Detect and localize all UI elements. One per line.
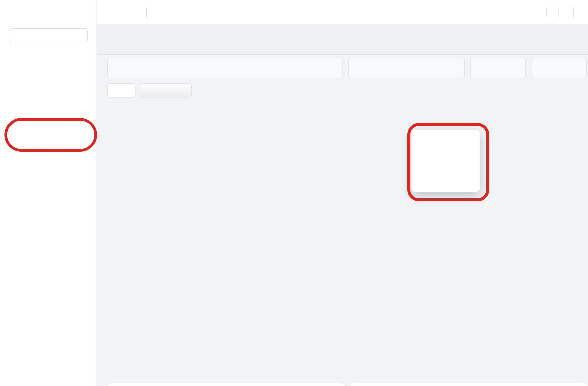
- reset-button[interactable]: [107, 83, 135, 98]
- page-header: [97, 0, 588, 24]
- header-divider: [146, 8, 147, 18]
- annotation-circle-context-menu: [407, 123, 489, 201]
- date-range-picker[interactable]: [348, 58, 464, 78]
- tab-strip: [97, 24, 588, 55]
- sidebar: [0, 0, 96, 386]
- granularity-select[interactable]: [470, 58, 526, 78]
- divider: [546, 7, 547, 17]
- save-as-view-button[interactable]: [140, 83, 192, 98]
- partial-card: [107, 383, 345, 386]
- search-input[interactable]: [17, 32, 83, 40]
- keyword-filter-bar[interactable]: [107, 58, 342, 78]
- divider: [573, 7, 574, 17]
- filter-button[interactable]: [532, 58, 587, 78]
- divider: [559, 7, 559, 17]
- header-actions: [541, 0, 582, 24]
- partial-card: [349, 383, 588, 386]
- app-root: [0, 0, 588, 386]
- search-box[interactable]: [9, 28, 88, 43]
